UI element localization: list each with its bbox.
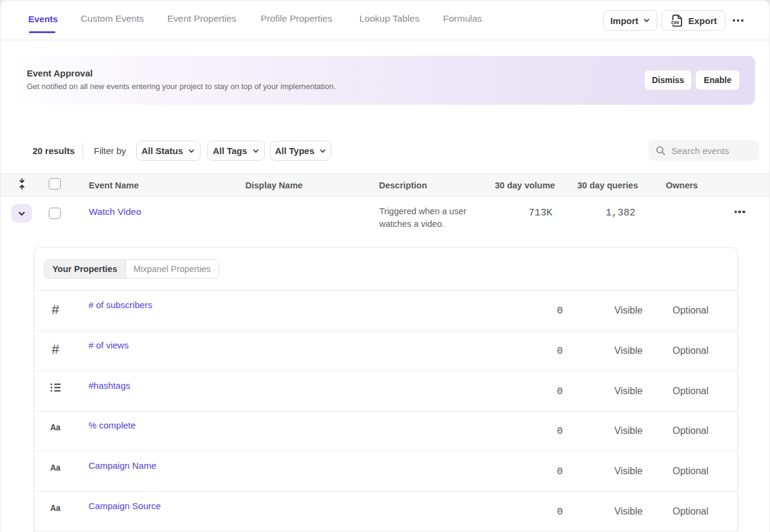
svg-text:csv: csv (671, 19, 680, 25)
